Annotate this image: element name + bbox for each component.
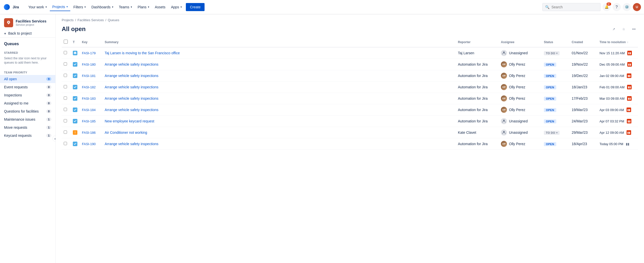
help-button[interactable]: ?	[613, 3, 621, 11]
col-header-created[interactable]: Created	[570, 37, 597, 47]
search-input[interactable]	[551, 5, 598, 9]
reporter-name: Automation for Jira	[458, 142, 488, 146]
row-resolution-cell: Dec 05 09:00 AM ▮▮	[597, 59, 638, 70]
row-resolution-cell: Apr 03 09:00 AM ▮▮	[597, 104, 638, 116]
created-date: 29/Mar/23	[572, 130, 588, 135]
nav-apps[interactable]: Apps ▾	[168, 3, 184, 11]
breadcrumb-projects[interactable]: Projects	[62, 18, 74, 22]
row-checkbox[interactable]	[64, 142, 67, 145]
nav-filters[interactable]: Filters ▾	[71, 3, 88, 11]
nav-assets[interactable]: Assets	[152, 3, 168, 11]
col-header-status[interactable]: Status	[542, 37, 570, 47]
issue-summary-link[interactable]: Arrange vehicle safety inspections	[105, 108, 158, 112]
star-button[interactable]: ☆	[620, 25, 628, 33]
row-checkbox[interactable]	[64, 108, 67, 111]
chevron-down-icon: ▾	[131, 6, 132, 8]
row-checkbox[interactable]	[64, 74, 67, 77]
table-row: FASI-182 Arrange vehicle safety inspecti…	[62, 82, 638, 93]
jira-logo[interactable]: Jira	[3, 3, 23, 11]
nav-your-work[interactable]: Your work ▾	[26, 3, 49, 11]
sidebar-item-maintenance[interactable]: Maintenance issues 1	[0, 115, 55, 123]
table-row: FASI-185 New employee keycard request Au…	[62, 116, 638, 127]
row-type-cell: !	[71, 127, 80, 138]
col-header-resolution[interactable]: Time to resolution ↑	[597, 37, 638, 47]
nav-dashboards[interactable]: Dashboards ▾	[89, 3, 116, 11]
select-all-checkbox[interactable]	[64, 40, 68, 44]
row-checkbox[interactable]	[64, 119, 67, 122]
row-checkbox[interactable]	[64, 96, 67, 100]
row-checkbox[interactable]	[64, 130, 67, 134]
gear-icon: ⚙️	[625, 5, 629, 9]
breadcrumb-facilities[interactable]: Facilities Services	[78, 18, 104, 22]
created-date: 19/Mar/23	[572, 108, 588, 112]
row-checkbox[interactable]	[64, 62, 67, 66]
row-type-cell	[71, 47, 80, 59]
nav-projects[interactable]: Projects ▾	[50, 3, 71, 11]
sidebar-item-assigned-to-me[interactable]: Assigned to me 0	[0, 99, 55, 107]
issue-key-link[interactable]: FASI-184	[82, 108, 96, 112]
back-to-project-button[interactable]: ● Back to project	[0, 29, 55, 38]
col-header-checkbox	[62, 37, 71, 47]
sidebar-item-move-requests[interactable]: Move requests 1	[0, 123, 55, 132]
row-assignee-cell: Unassigned	[499, 116, 542, 127]
issue-key-link[interactable]: FASI-180	[82, 63, 96, 66]
issue-key-link[interactable]: FASI-182	[82, 85, 96, 89]
issue-summary-link[interactable]: Air Conditioner not working	[105, 130, 147, 135]
sidebar-item-all-open[interactable]: All open 9	[0, 75, 55, 83]
back-arrow-icon: ●	[4, 31, 6, 35]
sidebar-item-keycard-requests[interactable]: Keycard requests 1	[0, 132, 55, 140]
issue-summary-link[interactable]: Arrange vehicle safety inspections	[105, 62, 158, 66]
reporter-name: Automation for Jira	[458, 108, 488, 112]
create-button[interactable]: Create	[186, 3, 205, 11]
sidebar-collapse-button[interactable]: ◀	[52, 136, 56, 142]
more-options-button[interactable]: •••	[630, 25, 638, 33]
issue-summary-link[interactable]: New employee keycard request	[105, 119, 154, 123]
page-header: All open ↗ ☆ •••	[56, 24, 644, 37]
issue-key-link[interactable]: FASI-185	[82, 119, 96, 123]
sidebar-item-inspections[interactable]: Inspections 0	[0, 91, 55, 99]
issue-key-link[interactable]: FASI-190	[82, 142, 96, 146]
sidebar-item-questions[interactable]: Questions for facilities 0	[0, 107, 55, 115]
notifications-button[interactable]: 🔔 9+	[603, 3, 611, 11]
assignee-name: Unassigned	[509, 51, 528, 55]
issue-key-link[interactable]: FASI-183	[82, 97, 96, 100]
col-header-reporter[interactable]: Reporter	[456, 37, 499, 47]
user-avatar-button[interactable]: U	[633, 3, 641, 11]
issue-key-link[interactable]: FASI-181	[82, 74, 96, 78]
row-type-cell	[71, 70, 80, 82]
settings-button[interactable]: ⚙️	[623, 3, 631, 11]
row-summary-cell: Arrange vehicle safety inspections	[103, 59, 456, 70]
row-created-cell: 24/Mar/23	[570, 116, 597, 127]
col-header-assignee[interactable]: Assignee	[499, 37, 542, 47]
issue-summary-link[interactable]: Taj Larsen is moving to the San Francisc…	[105, 51, 180, 55]
nav-plans[interactable]: Plans ▾	[135, 3, 152, 11]
issue-summary-link[interactable]: Arrange vehicle safety inspections	[105, 85, 158, 89]
external-link-button[interactable]: ↗	[610, 25, 618, 33]
svg-point-5	[503, 51, 505, 53]
jira-wordmark: Jira	[13, 5, 23, 10]
team-priority-section-label: TEAM PRIORITY	[0, 68, 55, 75]
row-resolution-cell: Jan 02 09:00 AM ▮▮	[597, 70, 638, 82]
svg-rect-3	[74, 52, 76, 54]
issue-summary-link[interactable]: Arrange vehicle safety inspections	[105, 74, 158, 78]
issue-summary-link[interactable]: Arrange vehicle safety inspections	[105, 96, 158, 100]
issue-key-link[interactable]: FASI-186	[82, 131, 96, 135]
row-checkbox[interactable]	[64, 85, 67, 88]
resolution-time: Apr 12 09:00 AM	[599, 131, 624, 135]
nav-teams[interactable]: Teams ▾	[116, 3, 135, 11]
row-checkbox[interactable]	[64, 51, 67, 54]
row-reporter-cell: Kate Clavet	[456, 127, 499, 138]
sort-ascending-icon: ↑	[627, 41, 628, 44]
issue-summary-link[interactable]: Arrange vehicle safety inspections	[105, 142, 158, 146]
col-header-key[interactable]: Key	[80, 37, 103, 47]
issue-key-link[interactable]: FASI-179	[82, 51, 96, 55]
table-row: ! FASI-186 Air Conditioner not working K…	[62, 127, 638, 138]
sidebar-item-event-requests[interactable]: Event requests 0	[0, 83, 55, 91]
svg-point-6	[503, 120, 505, 121]
search-box[interactable]: 🔍	[542, 3, 601, 11]
reporter-name: Automation for Jira	[458, 74, 488, 78]
issues-table: T Key Summary Reporter Assignee	[62, 37, 638, 150]
breadcrumb-queues[interactable]: Queues	[108, 18, 119, 22]
col-header-summary[interactable]: Summary	[103, 37, 456, 47]
queues-section-header: Queues	[0, 40, 55, 48]
